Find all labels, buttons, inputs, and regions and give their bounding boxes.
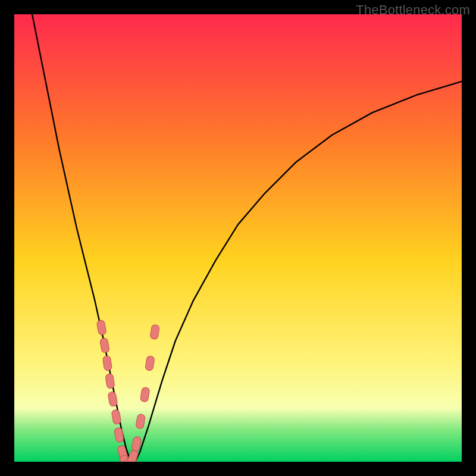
watermark-text: TheBottleneck.com (356, 2, 470, 18)
plot-area (14, 14, 462, 462)
gradient-background (14, 14, 462, 462)
chart-svg (14, 14, 462, 462)
chart-frame: TheBottleneck.com (0, 0, 476, 476)
